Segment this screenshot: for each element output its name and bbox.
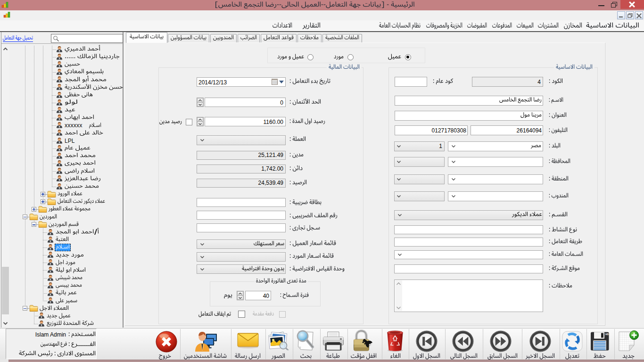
svg-text:HD: HD	[605, 333, 609, 336]
